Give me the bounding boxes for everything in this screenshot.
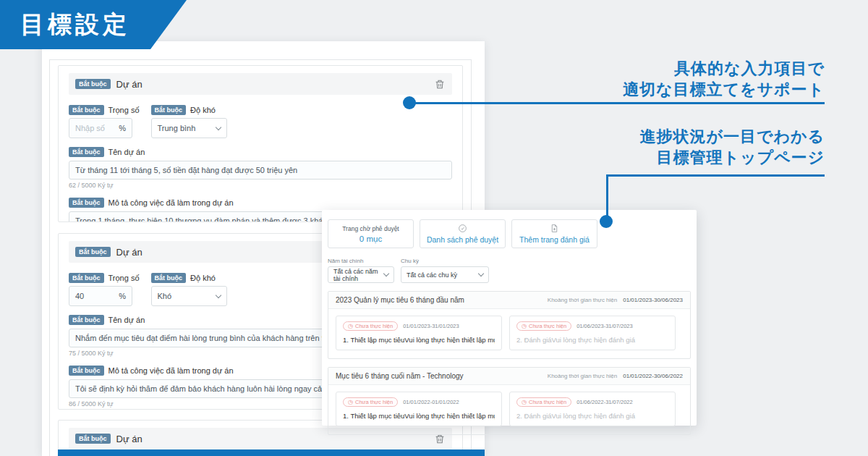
goal-group-header: Mục tiêu 6 tháng cuối năm - Technology K… — [328, 368, 690, 385]
connector-line-2-horizontal — [606, 174, 825, 177]
difficulty-label: Độ khó — [190, 274, 216, 282]
goal-group-title: 2023 Quản lý mục tiêu 6 tháng đầu năm — [336, 296, 464, 304]
goal-group-2: Mục tiêu 6 tháng cuối năm - Technology K… — [328, 367, 691, 435]
fiscal-year-filter: Năm tài chính Tất cả các năm tài chính — [328, 258, 394, 283]
annotation-progress-top-page: 進捗状況が一目でわかる 目標管理トップページ — [639, 126, 825, 168]
chevron-down-icon — [383, 271, 389, 276]
project-desc-label: Mô tả công việc đã làm trong dự án — [109, 366, 234, 375]
fiscal-year-select[interactable]: Tất cả các năm tài chính — [328, 266, 394, 283]
cycle-filter: Chu kỳ Tất cả các chu kỳ — [401, 258, 489, 283]
weight-input[interactable]: Nhập số % — [69, 118, 132, 138]
period-dates: 01/01/2023-30/06/2023 — [623, 297, 683, 303]
difficulty-value: Trung bình — [158, 124, 196, 132]
stats-row: Trang chờ phê duyệt 0 mục Danh sách phê … — [328, 219, 691, 248]
goal-group-body: ◷ Chưa thực hiện 01/01/2022-01/01/2022 1… — [328, 385, 690, 434]
char-counter: 62 / 5000 Ký tự — [69, 182, 452, 189]
required-badge: Bắt buộc — [75, 434, 111, 444]
clock-icon: ◷ — [522, 324, 527, 329]
check-circle-icon — [458, 224, 467, 233]
chevron-down-icon — [215, 124, 221, 130]
required-badge: Bắt buộc — [75, 247, 111, 257]
cycle-value: Tất cả các chu kỳ — [407, 271, 457, 279]
period-label: Khoảng thời gian thực hiện — [548, 373, 617, 379]
project-section-1: Bắt buộc Dự án Bắt buộc Trọng số Nhập số… — [58, 65, 463, 222]
desc-label-row: Bắt buộc Mô tả công việc đã làm trong dự… — [69, 198, 452, 208]
page-title: 目標設定 — [0, 9, 130, 41]
difficulty-select[interactable]: Trung bình — [151, 118, 227, 138]
project-name-value: Nhắm đến mục tiêu đạt điểm hài lòng trun… — [75, 334, 352, 342]
period-dates: 01/01/2022-30/06/2022 — [623, 373, 683, 379]
file-plus-icon — [550, 224, 559, 233]
required-badge: Bắt buộc — [69, 105, 104, 115]
task-card-evaluation[interactable]: ◷ Chưa thực hiện 01/06/2022-31/07/2022 2… — [509, 392, 676, 426]
goal-group-title: Mục tiêu 6 tháng cuối năm - Technology — [336, 372, 464, 380]
percent-suffix: % — [119, 124, 126, 132]
difficulty-label-row: Bắt buộc Độ khó — [151, 105, 227, 115]
clock-icon: ◷ — [348, 324, 353, 329]
annotation-line: 進捗状況が一目でわかる — [639, 126, 825, 147]
project-name-value: Từ tháng 11 tới tháng 5, số tiền đặt hàn… — [75, 166, 297, 174]
approval-list-label: Danh sách phê duyệt — [427, 235, 498, 244]
weight-placeholder: Nhập số — [75, 124, 105, 132]
task-dates: 01/01/2022-01/01/2022 — [403, 399, 459, 405]
percent-suffix: % — [119, 292, 126, 300]
task-card-evaluation[interactable]: ◷ Chưa thực hiện 01/06/2023-31/07/2023 2… — [509, 316, 676, 350]
status-badge-label: Chưa thực hiện — [529, 399, 566, 405]
goal-group-body: ◷ Chưa thực hiện 01/01/2023-31/01/2023 1… — [328, 309, 690, 358]
cycle-label: Chu kỳ — [401, 258, 489, 264]
weight-label: Trọng số — [109, 274, 140, 282]
goal-group-1: 2023 Quản lý mục tiêu 6 tháng đầu năm Kh… — [328, 291, 691, 359]
weight-label-row: Bắt buộc Trọng số — [69, 105, 140, 115]
section-title: Dự án — [116, 434, 142, 444]
trash-icon — [434, 78, 446, 90]
task-dates: 01/01/2023-31/01/2023 — [403, 323, 459, 329]
annotation-line: 具体的な入力項目で — [623, 58, 825, 79]
difficulty-select[interactable]: Khó — [151, 286, 227, 306]
chevron-down-icon — [478, 271, 484, 276]
difficulty-label: Độ khó — [190, 106, 216, 114]
goal-dashboard-panel: Trang chờ phê duyệt 0 mục Danh sách phê … — [322, 210, 697, 426]
connector-dot-2 — [600, 215, 613, 228]
weight-label-row: Bắt buộc Trọng số — [69, 273, 140, 283]
annotation-line: 適切な目標立てをサポート — [623, 79, 825, 100]
status-badge-label: Chưa thực hiện — [355, 323, 393, 329]
task-text: 1. Thiết lập mục tiêuVui lòng thực hiện … — [343, 336, 495, 344]
pending-approval-label: Trang chờ phê duyệt — [342, 225, 399, 232]
add-review-page-card[interactable]: Thêm trang đánh giá — [511, 219, 597, 248]
status-badge: ◷ Chưa thực hiện — [516, 321, 571, 331]
approval-list-card[interactable]: Danh sách phê duyệt — [420, 219, 506, 248]
required-badge: Bắt buộc — [151, 273, 187, 283]
weight-input[interactable]: 40 % — [69, 286, 132, 306]
task-card-goal-setting[interactable]: ◷ Chưa thực hiện 01/01/2023-31/01/2023 1… — [336, 316, 502, 350]
section-header: Bắt buộc Dự án — [69, 73, 452, 95]
delete-section-button[interactable] — [434, 78, 446, 90]
section-title: Dự án — [116, 247, 142, 258]
period-label: Khoảng thời gian thực hiện — [548, 297, 617, 303]
difficulty-label-row: Bắt buộc Độ khó — [151, 273, 227, 283]
required-badge: Bắt buộc — [69, 366, 104, 376]
cycle-select[interactable]: Tất cả các chu kỳ — [401, 266, 489, 283]
weight-value: 40 — [75, 292, 84, 300]
section-title: Dự án — [116, 79, 142, 90]
project-name-input[interactable]: Từ tháng 11 tới tháng 5, số tiền đặt hàn… — [69, 161, 452, 180]
pending-approval-card[interactable]: Trang chờ phê duyệt 0 mục — [328, 219, 414, 248]
status-badge: ◷ Chưa thực hiện — [343, 321, 398, 331]
fiscal-year-value: Tất cả các năm tài chính — [333, 268, 384, 282]
task-text: 2. Đánh giáVui lòng thực hiện đánh giá — [516, 412, 668, 420]
required-badge: Bắt buộc — [151, 105, 187, 115]
status-badge: ◷ Chưa thực hiện — [343, 397, 398, 407]
goal-group-period: Khoảng thời gian thực hiện 01/01/2022-30… — [548, 373, 683, 379]
task-text: 2. Đánh giáVui lòng thực hiện đánh giá — [516, 336, 668, 344]
status-badge-label: Chưa thực hiện — [529, 323, 566, 329]
filters-row: Năm tài chính Tất cả các năm tài chính C… — [328, 258, 691, 283]
required-badge: Bắt buộc — [69, 273, 104, 283]
clock-icon: ◷ — [348, 400, 353, 405]
task-dates: 01/06/2023-31/07/2023 — [576, 323, 633, 329]
connector-line-1 — [409, 102, 825, 104]
status-badge: ◷ Chưa thực hiện — [516, 397, 571, 407]
name-label-row: Bắt buộc Tên dự án — [69, 147, 452, 157]
clock-icon: ◷ — [522, 400, 527, 405]
required-badge: Bắt buộc — [75, 79, 111, 89]
task-card-goal-setting[interactable]: ◷ Chưa thực hiện 01/01/2022-01/01/2022 1… — [336, 392, 502, 426]
weight-label: Trọng số — [109, 106, 140, 114]
